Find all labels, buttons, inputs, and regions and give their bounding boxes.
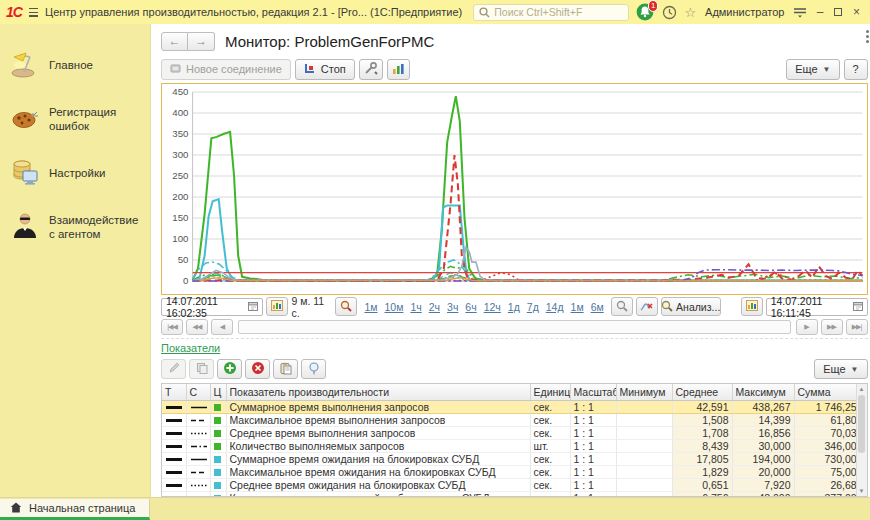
column-header[interactable]: Ц (210, 384, 226, 400)
forward-button[interactable]: → (188, 32, 215, 51)
sidebar-item-settings[interactable]: Настройки (0, 146, 150, 200)
new-connection-button[interactable]: Новое соединение (161, 59, 291, 80)
period-end-field[interactable]: 14.07.2011 16:11:45 (766, 298, 868, 316)
performance-chart[interactable]: 050100150200250300350400450 (161, 83, 868, 295)
stop-button[interactable]: Стоп (295, 59, 355, 80)
delete-indicator-button[interactable] (245, 359, 270, 379)
open-windows-bar: Начальная страница (0, 497, 870, 520)
column-header[interactable]: Среднее (672, 384, 732, 400)
analyze-button[interactable]: Анализ... (661, 297, 721, 316)
form-menu-icon[interactable] (866, 30, 869, 43)
zoom-out-button[interactable] (611, 297, 633, 316)
history-button[interactable] (662, 5, 677, 20)
sidebar-item-error-registration[interactable]: Регистрация ошибок (0, 92, 150, 146)
column-header[interactable]: С (186, 384, 210, 400)
scroll-thumb[interactable] (858, 395, 865, 453)
indicator-row[interactable]: Максимальное время выполнения запросовсе… (162, 413, 866, 426)
indicator-avg: 0,651 (672, 478, 732, 491)
column-header[interactable]: Единица (530, 384, 570, 400)
global-search[interactable] (473, 4, 629, 21)
chart-period-left-button[interactable] (266, 297, 288, 316)
maximize-button[interactable] (833, 5, 844, 19)
range-link[interactable]: 1м (364, 301, 377, 313)
minimize-button[interactable]: – (814, 5, 825, 19)
scroll-up-icon[interactable]: ▲ (859, 384, 865, 394)
main-menu-icon[interactable] (29, 8, 38, 17)
tips-button[interactable] (301, 359, 326, 379)
sidebar-item-main[interactable]: Главное (0, 38, 150, 92)
indicator-min (616, 413, 672, 426)
column-header[interactable]: Масштаб (570, 384, 616, 400)
go-first-icon[interactable]: |◀◀ (161, 319, 183, 335)
paste-indicator-button[interactable] (273, 359, 298, 379)
range-link[interactable]: 7д (527, 301, 539, 313)
column-header[interactable]: Показатель производительности (226, 384, 530, 400)
close-button[interactable]: × (851, 5, 862, 19)
range-link[interactable]: 6м (591, 301, 604, 313)
line-thickness-sample (162, 465, 186, 478)
edit-indicator-button[interactable] (161, 359, 186, 379)
range-link[interactable]: 10м (385, 301, 404, 313)
settings-tools-button[interactable] (359, 59, 383, 80)
go-forward-icon[interactable]: ▶ (796, 319, 818, 335)
favorites-button[interactable]: ☆ (684, 5, 696, 20)
help-button[interactable]: ? (844, 59, 868, 80)
sidebar-item-label: Главное (49, 58, 93, 72)
range-link[interactable]: 1м (571, 301, 584, 313)
range-link[interactable]: 14д (546, 301, 564, 313)
back-button[interactable]: ← (161, 32, 188, 51)
position-scrollbar[interactable] (238, 320, 791, 334)
indicator-scale: 1 : 1 (570, 491, 616, 497)
line-thickness-sample (162, 452, 186, 465)
range-link[interactable]: 6ч (465, 301, 476, 313)
copy-indicator-button[interactable] (189, 359, 214, 379)
column-header[interactable]: Т (162, 384, 186, 400)
go-back-icon[interactable]: ◀ (211, 319, 233, 335)
calendar-icon[interactable] (853, 301, 863, 313)
chart-period-right-button[interactable] (741, 297, 763, 316)
indicator-row[interactable]: Максимальное время ожидания на блокировк… (162, 465, 866, 478)
indicator-row[interactable]: Среднее время ожидания на блокировках СУ… (162, 478, 866, 491)
add-indicator-button[interactable] (217, 359, 242, 379)
notifications-button[interactable]: 1 (636, 3, 655, 21)
table-header-row[interactable]: ТСЦПоказатель производительностиЕдиницаМ… (162, 384, 866, 400)
go-last-icon[interactable]: ▶▶| (846, 319, 868, 335)
indicator-row[interactable]: Суммарное время ожидания на блокировках … (162, 452, 866, 465)
range-link[interactable]: 1д (508, 301, 520, 313)
indicator-row[interactable]: Суммарное время выполнения запросовсек.1… (162, 400, 866, 413)
section-panel: Главное Регистрация ошибок Настройки Вза… (0, 24, 150, 497)
go-fast-forward-icon[interactable]: ▶▶ (821, 319, 843, 335)
indicator-avg: 6,756 (672, 491, 732, 497)
range-link[interactable]: 2ч (429, 301, 440, 313)
line-thickness-sample (162, 439, 186, 452)
range-link[interactable]: 12ч (484, 301, 501, 313)
search-input[interactable] (494, 6, 623, 18)
more-button[interactable]: Еще ▼ (786, 59, 839, 80)
sidebar-item-agent-interaction[interactable]: Взаимодействие с агентом (0, 200, 150, 254)
indicator-row[interactable]: Количество текущих ожиданий на блокировк… (162, 491, 866, 497)
scroll-down-icon[interactable]: ▼ (859, 486, 865, 496)
indicator-row[interactable]: Среднее время выполнения запросовсек.1 :… (162, 426, 866, 439)
indicators-link[interactable]: Показатели (161, 342, 220, 354)
clear-selection-button[interactable] (636, 297, 658, 316)
range-link[interactable]: 3ч (447, 301, 458, 313)
chart-settings-button[interactable] (387, 59, 410, 80)
home-page-tab[interactable]: Начальная страница (0, 499, 150, 520)
indicator-min (616, 478, 672, 491)
page-title: Монитор: ProblemGenForPMC (225, 33, 434, 50)
column-header[interactable]: Максимум (732, 384, 794, 400)
column-header[interactable]: Минимум (616, 384, 672, 400)
delete-icon (251, 361, 265, 377)
period-start-field[interactable]: 14.07.2011 16:02:35 (161, 298, 263, 316)
go-fast-back-icon[interactable]: ◀◀ (186, 319, 208, 335)
light-bulb-icon (308, 362, 320, 377)
table-scrollbar[interactable]: ▲ ▼ (856, 384, 867, 496)
indicators-more-button[interactable]: Еще ▼ (814, 359, 867, 379)
svg-text:50: 50 (178, 254, 189, 265)
calendar-icon[interactable] (248, 301, 258, 313)
zoom-in-button[interactable] (335, 297, 357, 316)
range-link[interactable]: 1ч (410, 301, 421, 313)
service-menu-button[interactable] (793, 6, 807, 18)
indicator-row[interactable]: Количество выполняемых запросовшт.1 : 18… (162, 439, 866, 452)
more-label: Еще (823, 363, 845, 375)
